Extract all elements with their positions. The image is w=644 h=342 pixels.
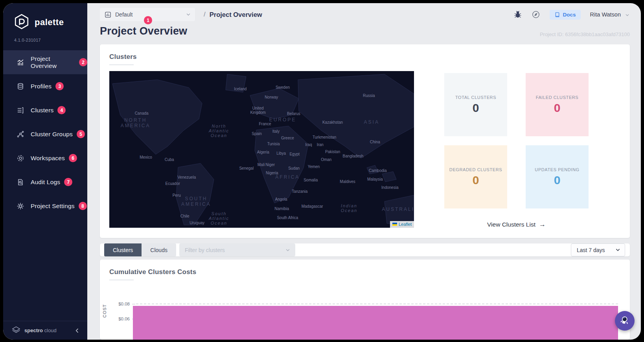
sidebar-item-label: Profiles	[31, 83, 52, 90]
chevron-down-icon	[285, 247, 291, 253]
cluster-stats: TOTAL CLUSTERS 0 FAILED CLUSTERS 0 DEGRA…	[414, 71, 619, 229]
stat-label: FAILED CLUSTERS	[536, 95, 579, 100]
sidebar-item-label: Project Settings	[31, 203, 75, 210]
tab-clusters[interactable]: Clusters	[104, 243, 142, 256]
breadcrumb-separator: /	[204, 11, 206, 18]
chevron-down-icon	[615, 247, 621, 253]
chevron-left-icon[interactable]	[74, 327, 80, 334]
sidebar-nav: Project Overview 2 Profiles 3	[3, 50, 87, 218]
sidebar-item-profiles[interactable]: Profiles 3	[3, 74, 87, 98]
y-tick-mark	[132, 304, 135, 304]
stat-label: UPDATES PENDING	[535, 167, 579, 172]
breadcrumb: / Project Overview	[204, 11, 262, 18]
filter-placeholder: Filter by clusters	[185, 247, 225, 253]
tour-badge-8: 8	[79, 202, 87, 210]
palette-logo-icon	[13, 13, 30, 31]
sidebar-item-project-settings[interactable]: Project Settings 8	[3, 194, 87, 218]
stat-label: TOTAL CLUSTERS	[455, 95, 496, 100]
time-range-select[interactable]: Last 7 days	[571, 243, 625, 256]
stat-value: 0	[554, 174, 561, 187]
stat-value: 0	[554, 101, 561, 115]
servers-icon	[17, 106, 24, 114]
astronaut-icon	[620, 315, 630, 327]
nodes-icon	[17, 130, 24, 138]
sidebar-item-label: Clusters	[31, 107, 53, 114]
heading-rule	[109, 280, 134, 280]
tour-badge-5: 5	[77, 130, 85, 138]
app-window: palette 4.1.0-231017 Project Overview 2	[3, 3, 641, 340]
help-bot-fab[interactable]	[615, 311, 635, 331]
ukraine-flag-icon	[392, 223, 397, 226]
topbar: Default 1 / Project Overview	[100, 7, 630, 22]
user-name: Rita Watson	[590, 11, 621, 18]
topbar-actions: Docs Rita Watson	[513, 10, 630, 20]
doc-search-icon	[17, 178, 24, 186]
docs-label: Docs	[563, 12, 576, 18]
sidebar-item-audit-logs[interactable]: Audit Logs 7	[3, 170, 87, 194]
chevron-down-icon	[625, 12, 630, 17]
chart-area-series	[133, 306, 618, 340]
arrow-right-icon: →	[539, 221, 546, 229]
app-logo: palette	[3, 3, 87, 34]
clusters-world-map[interactable]: IcelandSwedenNorwayRussiaCanadaUnited Ki…	[109, 71, 414, 228]
cumulative-costs-card: Cumulative Clusters Costs COST $0.08 $0.…	[100, 260, 630, 340]
view-clusters-list-link[interactable]: View Clusters List →	[487, 221, 546, 229]
tour-badge-4: 4	[57, 106, 66, 114]
sidebar-item-clusters[interactable]: Clusters 4	[3, 98, 87, 122]
project-id: Project ID: 6356fc38bb1aac03afd73100	[540, 31, 630, 37]
chart-icon	[17, 59, 24, 66]
sidebar-item-label: Workspaces	[31, 155, 65, 162]
stat-updates-pending: UPDATES PENDING 0	[526, 145, 589, 208]
breadcrumb-current[interactable]: Project Overview	[210, 11, 262, 18]
spectro-cloud-logo-icon	[11, 325, 21, 336]
sidebar-item-label: Cluster Groups	[31, 131, 73, 138]
user-menu[interactable]: Rita Watson	[590, 11, 630, 18]
main-area: Default 1 / Project Overview	[87, 3, 641, 340]
docs-button[interactable]: Docs	[550, 10, 581, 20]
bar-chart-icon	[105, 11, 111, 18]
sidebar-item-workspaces[interactable]: Workspaces 6	[3, 146, 87, 170]
tour-badge-2: 2	[79, 58, 87, 66]
tour-badge-3: 3	[55, 82, 64, 90]
project-selector-value: Default	[115, 11, 132, 18]
project-selector[interactable]: Default 1	[100, 8, 195, 21]
filter-bar: Clusters Clouds Filter by clusters Last …	[100, 243, 630, 256]
sidebar-footer: spectro cloud	[3, 321, 87, 340]
tour-badge-7: 7	[64, 178, 72, 186]
tour-badge-1: 1	[144, 16, 152, 24]
book-icon	[554, 12, 560, 18]
stat-label: DEGRADED CLUSTERS	[449, 167, 502, 172]
sidebar: palette 4.1.0-231017 Project Overview 2	[3, 3, 87, 340]
time-range-value: Last 7 days	[577, 247, 605, 253]
sidebar-item-label: Audit Logs	[31, 179, 60, 186]
chevron-down-icon	[186, 12, 191, 17]
chart-title: Cumulative Clusters Costs	[109, 268, 630, 276]
page-header: Project Overview Project ID: 6356fc38bb1…	[100, 25, 630, 37]
map-attribution[interactable]: Leaflet	[390, 221, 414, 228]
spectro-cloud-brand: spectro cloud	[24, 327, 57, 333]
stat-failed-clusters: FAILED CLUSTERS 0	[526, 73, 589, 136]
dashed-gridline	[136, 304, 618, 304]
y-tick-006: $0.06	[109, 316, 130, 321]
stat-degraded-clusters: DEGRADED CLUSTERS 0	[444, 145, 507, 208]
compass-icon[interactable]	[532, 10, 540, 19]
sidebar-item-label: Project Overview	[31, 55, 75, 69]
app-name: palette	[35, 17, 64, 27]
orbit-icon	[17, 154, 24, 162]
page-title: Project Overview	[100, 25, 187, 37]
bug-icon[interactable]	[513, 10, 522, 19]
gear-icon	[17, 202, 24, 210]
chart-y-axis-label: COST	[102, 304, 107, 318]
stat-value: 0	[473, 101, 479, 115]
layers-icon	[17, 82, 24, 90]
clusters-card-title: Clusters	[109, 53, 619, 61]
stat-value: 0	[473, 174, 479, 187]
sidebar-item-project-overview[interactable]: Project Overview 2	[3, 50, 87, 74]
clusters-card: Clusters	[100, 44, 630, 238]
sidebar-item-cluster-groups[interactable]: Cluster Groups 5	[3, 122, 87, 146]
stat-total-clusters: TOTAL CLUSTERS 0	[444, 73, 507, 136]
filter-by-clusters-select[interactable]: Filter by clusters	[179, 243, 295, 256]
tab-clouds[interactable]: Clouds	[142, 243, 176, 256]
tour-badge-6: 6	[69, 154, 77, 162]
map-landmass	[109, 71, 414, 228]
